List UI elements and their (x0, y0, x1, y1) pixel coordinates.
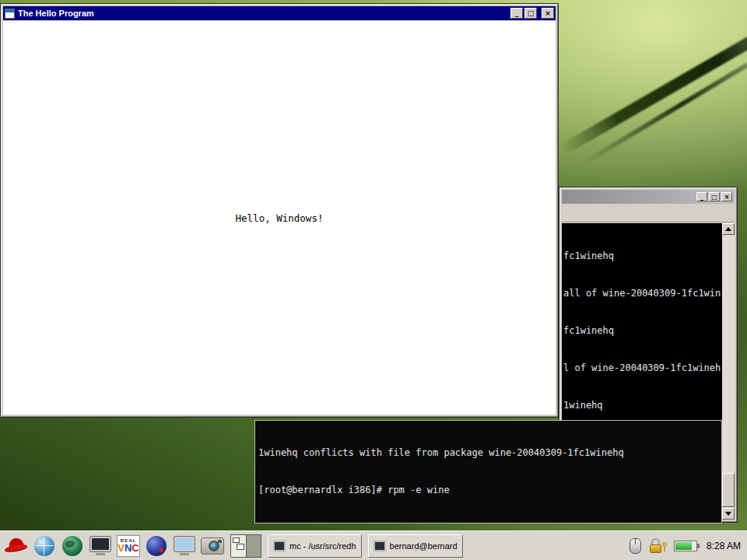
mozilla-spark-shape (159, 548, 163, 552)
battery-fill-shape (675, 542, 692, 550)
foreground-terminal[interactable]: 1winehq conflicts with file from package… (254, 420, 722, 523)
terminal-line: 1winehq (563, 399, 722, 411)
redhat-menu-icon (5, 536, 28, 556)
workspace-pager[interactable] (230, 534, 261, 558)
mouse-button-line-shape (635, 539, 636, 544)
hello-message-text: Hello, Windows! (236, 212, 324, 224)
camera-icon (201, 537, 224, 555)
background-terminal-menubar[interactable] (562, 205, 735, 222)
vnc-icon: REAL VNC (117, 535, 140, 557)
terminal-line: [root@bernardlx i386]# rpm -e wine (258, 484, 721, 496)
system-tray (630, 538, 697, 554)
monitor-base-shape (96, 553, 105, 555)
vnc-letter: C (132, 542, 139, 554)
mini-window-shape (237, 544, 244, 550)
display-launcher[interactable] (171, 533, 198, 559)
monitor-screen-shape (92, 538, 109, 550)
application-icon[interactable] (5, 9, 15, 19)
task-label: mc - /usr/src/redh (289, 541, 356, 551)
terminal-icon (273, 541, 286, 551)
globe-line-shape (44, 537, 44, 555)
hat-brim-shape (5, 543, 28, 552)
task-label: bernard@bernard (390, 541, 458, 551)
task-button-mc[interactable]: mc - /usr/src/redh (268, 534, 362, 558)
main-menu-button[interactable] (3, 533, 30, 559)
key-stem-shape (664, 546, 665, 552)
clock[interactable]: 8:28 AM (707, 541, 741, 551)
scroll-up-button[interactable] (722, 223, 735, 235)
maximize-button[interactable]: □ (524, 8, 537, 19)
hello-program-client-area: Hello, Windows! (3, 21, 556, 415)
terminal-line: l of wine-20040309-1fc1wineh (563, 362, 722, 374)
keyring-lock-icon[interactable] (648, 538, 667, 554)
globe-line-shape (35, 545, 54, 546)
camera-viewfinder-shape (218, 540, 222, 543)
scrollbar[interactable] (722, 223, 735, 520)
terminal-line: 1winehq conflicts with file from package… (258, 446, 721, 459)
close-button[interactable]: × (721, 192, 732, 201)
window-title: The Hello Program (18, 9, 94, 18)
web-browser-launcher[interactable] (31, 533, 58, 559)
background-terminal-titlebar[interactable]: _ □ × (562, 190, 735, 204)
mozilla-icon (146, 536, 167, 556)
display-icon (174, 536, 195, 555)
mozilla-launcher[interactable] (143, 533, 170, 559)
web-browser-icon (34, 536, 54, 556)
arrow-up-icon (725, 227, 731, 231)
grass-blade-shape (580, 62, 747, 166)
hello-program-window[interactable]: The Hello Program _ □ × Hello, Windows! (0, 3, 559, 418)
terminal-line: all of wine-20040309-1fc1win (563, 287, 722, 299)
scroll-down-button[interactable] (722, 508, 735, 520)
lock-body-shape (650, 544, 661, 553)
workspace-cell[interactable] (246, 535, 261, 557)
terminal-line: [root@bernardlx i386]# rpm -Uhv wine-200… (258, 521, 721, 523)
vnc-letters: VNC (117, 543, 139, 553)
screen: _ □ × fc1winehq all of wine-20040309-1fc… (0, 0, 747, 560)
globe-launcher[interactable] (59, 533, 86, 559)
battery-icon[interactable] (674, 541, 697, 551)
battery-tip-shape (697, 544, 700, 548)
terminal-icon (374, 541, 386, 551)
vnc-letter: V (117, 542, 124, 554)
grass-blade-shape (559, 17, 747, 156)
minimize-button[interactable]: _ (696, 192, 707, 201)
close-button[interactable]: × (542, 8, 554, 19)
monitor-base-shape (180, 553, 189, 555)
globe-icon (62, 536, 82, 556)
mouse-icon[interactable] (630, 538, 641, 554)
task-button-bernard[interactable]: bernard@bernard (368, 534, 463, 558)
terminal-launcher[interactable] (87, 533, 114, 559)
hello-program-titlebar[interactable]: The Hello Program _ □ × (3, 6, 556, 20)
terminal-icon (89, 536, 111, 555)
camera-launcher[interactable] (199, 533, 226, 559)
maximize-button[interactable]: □ (709, 192, 720, 201)
vnc-launcher[interactable]: REAL VNC (115, 533, 142, 559)
monitor-screen-shape (176, 538, 193, 550)
globe-land-shape (65, 541, 75, 548)
application-icon-shape (5, 9, 14, 12)
minimize-button[interactable]: _ (510, 8, 523, 19)
mini-window-shape (233, 537, 240, 543)
arrow-down-icon (725, 512, 731, 516)
terminal-line: fc1winehq (563, 250, 722, 262)
taskbar: REAL VNC (0, 530, 747, 560)
workspace-cell-active[interactable] (231, 535, 246, 557)
terminal-line: fc1winehq (563, 324, 722, 337)
vnc-letter: N (124, 542, 132, 554)
scrollbar-thumb[interactable] (722, 473, 735, 507)
